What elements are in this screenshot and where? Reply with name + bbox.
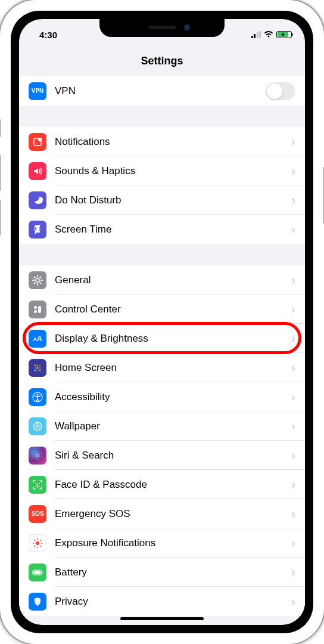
wifi-icon [264, 31, 273, 38]
svg-point-37 [41, 543, 42, 544]
home-indicator[interactable] [120, 617, 204, 620]
svg-point-15 [39, 369, 41, 371]
svg-point-19 [35, 423, 40, 429]
svg-point-30 [35, 453, 40, 458]
row-label: Wallpaper [55, 420, 291, 432]
row-sounds[interactable]: Sounds & Haptics › [19, 156, 305, 185]
notifications-icon [29, 133, 46, 151]
svg-point-27 [40, 423, 41, 424]
svg-point-1 [38, 138, 42, 141]
svg-point-23 [33, 426, 34, 427]
vpn-icon: VPN [29, 82, 46, 100]
chevron-right-icon: › [291, 193, 295, 207]
screen: 4:30 Settings [19, 19, 305, 625]
chevron-right-icon: › [291, 507, 295, 521]
row-exposure[interactable]: Exposure Notifications › [19, 528, 305, 558]
svg-point-17 [37, 394, 39, 395]
volume-up [0, 155, 1, 191]
sos-icon: SOS [29, 505, 46, 523]
chevron-right-icon: › [291, 419, 295, 433]
chevron-right-icon: › [291, 595, 295, 608]
row-sos[interactable]: SOS Emergency SOS › [19, 499, 305, 528]
svg-point-25 [34, 423, 35, 424]
chevron-right-icon: › [291, 565, 295, 579]
svg-point-13 [35, 369, 36, 371]
svg-point-8 [37, 364, 39, 366]
chevron-right-icon: › [291, 135, 295, 148]
battery-row-icon [29, 564, 46, 581]
row-siri[interactable]: Siri & Search › [19, 441, 305, 470]
page-title: Settings [141, 55, 183, 67]
row-label: Siri & Search [55, 450, 291, 462]
svg-point-36 [33, 543, 34, 544]
row-vpn[interactable]: VPN VPN [19, 76, 305, 106]
svg-rect-43 [42, 571, 43, 574]
exposure-icon [29, 534, 46, 552]
svg-rect-5 [38, 306, 41, 313]
row-label: General [55, 274, 291, 286]
controlcenter-icon [29, 301, 46, 318]
svg-point-35 [37, 547, 38, 548]
chevron-right-icon: › [291, 273, 295, 287]
accessibility-icon [29, 388, 46, 406]
svg-point-33 [36, 541, 39, 545]
chevron-right-icon: › [291, 448, 295, 462]
svg-point-32 [39, 483, 40, 484]
chevron-right-icon: › [291, 332, 295, 345]
sounds-icon [29, 162, 46, 180]
row-label: Accessibility [55, 391, 291, 403]
row-label: Face ID & Passcode [55, 479, 291, 491]
siri-icon [29, 447, 46, 465]
volume-down [0, 200, 1, 236]
row-label: Display & Brightness [55, 333, 291, 345]
row-label: Do Not Disturb [55, 194, 291, 206]
section-vpn: VPN VPN [19, 76, 305, 106]
settings-list[interactable]: VPN VPN Notifications › [19, 76, 305, 625]
svg-rect-44 [34, 571, 40, 574]
row-label: Notifications [55, 136, 291, 148]
row-label: Emergency SOS [55, 508, 291, 520]
chevron-right-icon: › [291, 361, 295, 374]
row-screentime[interactable]: Screen Time › [19, 215, 305, 244]
chevron-right-icon: › [291, 222, 295, 236]
row-dnd[interactable]: Do Not Disturb › [19, 185, 305, 215]
row-label: Battery [55, 566, 291, 578]
svg-point-39 [40, 546, 41, 547]
phone-frame: 4:30 Settings [0, 0, 324, 644]
svg-point-12 [39, 367, 41, 369]
row-homescreen[interactable]: Home Screen › [19, 353, 305, 382]
row-display[interactable]: AA Display & Brightness › [19, 324, 305, 353]
svg-point-10 [35, 367, 36, 369]
chevron-right-icon: › [291, 164, 295, 178]
chevron-right-icon: › [291, 478, 295, 491]
row-label: Sounds & Haptics [55, 165, 291, 177]
row-battery[interactable]: Battery › [19, 558, 305, 587]
cellular-signal-icon [251, 32, 261, 38]
row-label: Screen Time [55, 224, 291, 236]
row-notifications[interactable]: Notifications › [19, 127, 305, 156]
status-time: 4:30 [32, 30, 57, 40]
chevron-right-icon: › [291, 536, 295, 550]
row-controlcenter[interactable]: Control Center › [19, 295, 305, 324]
section-general: General › Control Center › AA [19, 265, 305, 616]
vpn-toggle[interactable] [266, 82, 295, 100]
row-label: VPN [55, 85, 266, 97]
svg-point-3 [36, 278, 39, 282]
dnd-icon [29, 191, 46, 209]
svg-point-20 [36, 425, 39, 428]
row-general[interactable]: General › [19, 265, 305, 295]
row-accessibility[interactable]: Accessibility › [19, 382, 305, 411]
svg-point-7 [35, 364, 36, 366]
svg-point-21 [37, 422, 38, 423]
svg-point-34 [37, 538, 38, 540]
row-privacy[interactable]: Privacy › [19, 587, 305, 616]
row-label: Exposure Notifications [55, 537, 291, 549]
row-label: Home Screen [55, 362, 291, 374]
battery-icon [276, 31, 292, 38]
row-wallpaper[interactable]: Wallpaper › [19, 411, 305, 441]
header: Settings [19, 45, 305, 76]
notch [99, 19, 225, 37]
svg-point-11 [37, 367, 39, 369]
svg-point-28 [34, 429, 35, 430]
row-faceid[interactable]: Face ID & Passcode › [19, 470, 305, 499]
